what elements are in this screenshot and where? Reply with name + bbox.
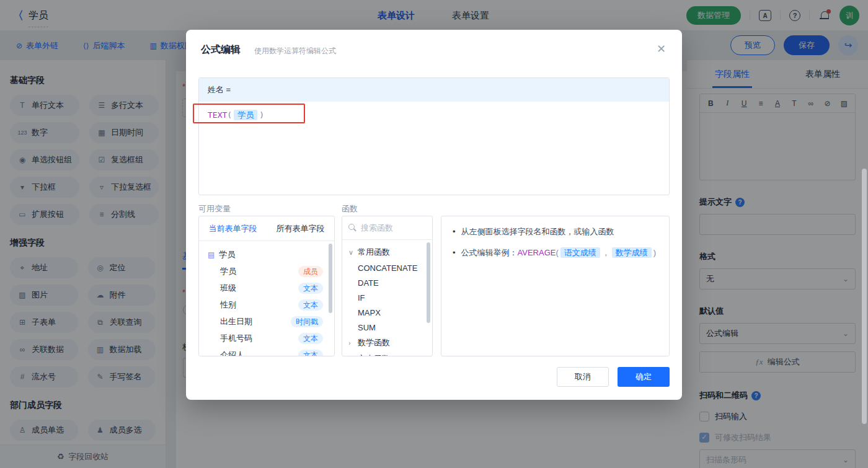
function-item[interactable]: MAPX <box>342 305 432 320</box>
field-name: 出生日期 <box>220 316 252 327</box>
help-tip: •从左侧面板选择字段名和函数，或输入函数 <box>453 226 658 238</box>
group-label: 文本函数 <box>358 353 390 356</box>
functions-panel: 搜索函数 ∨常用函数 CONCATENATE DATE IF MAPX SUM … <box>342 216 433 356</box>
type-badge: 文本 <box>298 333 323 344</box>
caret-down-icon: ∨ <box>348 249 355 257</box>
type-badge: 成员 <box>298 266 323 277</box>
function-group-common[interactable]: ∨常用函数 <box>342 244 432 260</box>
comma: ， <box>602 248 610 257</box>
field-name: 介绍人 <box>220 350 244 357</box>
search-placeholder: 搜索函数 <box>361 223 393 234</box>
field-chip: 语文成绩 <box>560 247 600 258</box>
type-badge: 文本 <box>298 350 323 357</box>
modal-subtitle: 使用数学运算符编辑公式 <box>254 46 336 56</box>
tab-current-form-fields[interactable]: 当前表单字段 <box>199 216 267 241</box>
formula-input-area[interactable]: TEXT(学员) <box>199 102 669 129</box>
variable-row[interactable]: 班级文本 <box>199 280 334 296</box>
caret-right-icon: › <box>348 339 355 347</box>
page-scrollbar[interactable] <box>862 169 867 424</box>
bullet: • <box>453 226 456 238</box>
variable-row[interactable]: 介绍人文本 <box>199 347 334 356</box>
variables-panel: 当前表单字段 所有表单字段 ▤学员 学员成员 班级文本 性别文本 出生日期时间戳… <box>198 216 335 356</box>
type-badge: 文本 <box>298 283 323 294</box>
type-badge: 时间戳 <box>291 316 323 327</box>
functions-label: 函数 <box>342 203 358 214</box>
group-label: 常用函数 <box>358 247 390 258</box>
group-label: 数学函数 <box>358 337 390 348</box>
close-icon[interactable]: ✕ <box>657 42 666 56</box>
function-item[interactable]: CONCATENATE <box>342 260 432 275</box>
available-variables-label: 可用变量 <box>198 203 231 214</box>
field-name: 性别 <box>220 299 236 311</box>
example-function-name: AVERAGE <box>518 248 556 257</box>
tab-all-form-fields[interactable]: 所有表单字段 <box>267 216 334 241</box>
formula-result-label: 姓名 = <box>199 78 669 102</box>
variable-row[interactable]: 性别文本 <box>199 296 334 313</box>
variable-row[interactable]: 出生日期时间戳 <box>199 313 334 330</box>
field-name: 班级 <box>220 283 236 294</box>
help-panel: •从左侧面板选择字段名和函数，或输入函数 • 公式编辑举例：AVERAGE(语文… <box>441 216 670 356</box>
tip-text: 从左侧面板选择字段名和函数，或输入函数 <box>461 226 614 238</box>
field-chip: 数学成绩 <box>612 247 652 258</box>
example-prefix: 公式编辑举例： <box>461 248 518 257</box>
function-group-math[interactable]: ›数学函数 <box>342 335 432 351</box>
function-group-text[interactable]: ›文本函数 <box>342 351 432 356</box>
function-search[interactable]: 搜索函数 <box>342 216 432 240</box>
close-paren: ) <box>259 110 264 120</box>
confirm-button[interactable]: 确定 <box>618 367 670 387</box>
formula-editor: 姓名 = TEXT(学员) <box>198 77 670 195</box>
field-chip[interactable]: 学员 <box>234 110 257 120</box>
field-name: 学员 <box>220 266 236 277</box>
function-item[interactable]: SUM <box>342 320 432 335</box>
caret-right-icon: › <box>348 355 355 356</box>
variables-scrollbar[interactable] <box>329 244 332 313</box>
search-icon <box>348 224 356 232</box>
open-paren: ( <box>227 110 232 120</box>
form-icon: ▤ <box>208 250 215 259</box>
variable-row[interactable]: 学员成员 <box>199 263 334 280</box>
form-name: 学员 <box>219 249 235 260</box>
bullet: • <box>453 247 456 259</box>
open-paren: ( <box>556 248 558 257</box>
formula-editor-modal: 公式编辑 使用数学运算符编辑公式 ✕ 姓名 = TEXT(学员) 可用变量 函数… <box>186 30 682 400</box>
cancel-button[interactable]: 取消 <box>557 367 609 387</box>
formula-function-name: TEXT <box>208 110 227 120</box>
function-item[interactable]: IF <box>342 290 432 305</box>
functions-scrollbar[interactable] <box>427 242 430 323</box>
type-badge: 文本 <box>298 299 323 311</box>
form-root-node[interactable]: ▤学员 <box>199 246 334 263</box>
variable-row[interactable]: 手机号码文本 <box>199 330 334 347</box>
modal-title: 公式编辑 <box>201 43 241 56</box>
close-paren: ) <box>653 248 656 257</box>
function-item[interactable]: DATE <box>342 275 432 290</box>
help-example: • 公式编辑举例：AVERAGE(语文成绩，数学成绩) <box>453 247 658 259</box>
field-name: 手机号码 <box>220 333 252 344</box>
